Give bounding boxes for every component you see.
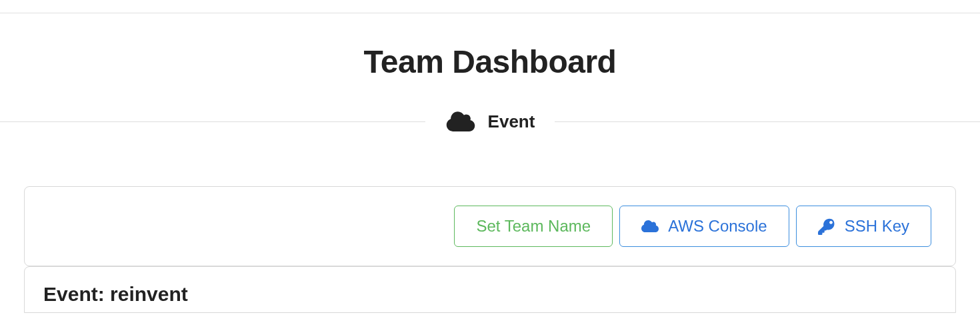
page-title: Team Dashboard	[0, 43, 980, 80]
set-team-name-button[interactable]: Set Team Name	[454, 206, 613, 247]
divider-line-left	[0, 121, 425, 122]
content-area: Set Team Name AWS Console SSH Key Event:…	[0, 186, 980, 313]
key-icon	[818, 218, 835, 235]
section-divider: Event	[0, 110, 980, 133]
event-info-panel: Event: reinvent	[24, 266, 956, 313]
set-team-name-label: Set Team Name	[476, 217, 591, 236]
section-label: Event	[425, 110, 555, 133]
divider-line-right	[555, 121, 980, 122]
aws-console-button[interactable]: AWS Console	[619, 206, 789, 247]
ssh-key-button[interactable]: SSH Key	[796, 206, 931, 247]
ssh-key-label: SSH Key	[845, 217, 909, 236]
aws-console-label: AWS Console	[668, 217, 767, 236]
section-label-text: Event	[488, 111, 535, 132]
button-panel: Set Team Name AWS Console SSH Key	[24, 186, 956, 266]
top-border	[0, 0, 980, 13]
cloud-icon	[641, 218, 659, 235]
cloud-icon	[445, 110, 476, 133]
event-name-label: Event: reinvent	[43, 283, 937, 306]
